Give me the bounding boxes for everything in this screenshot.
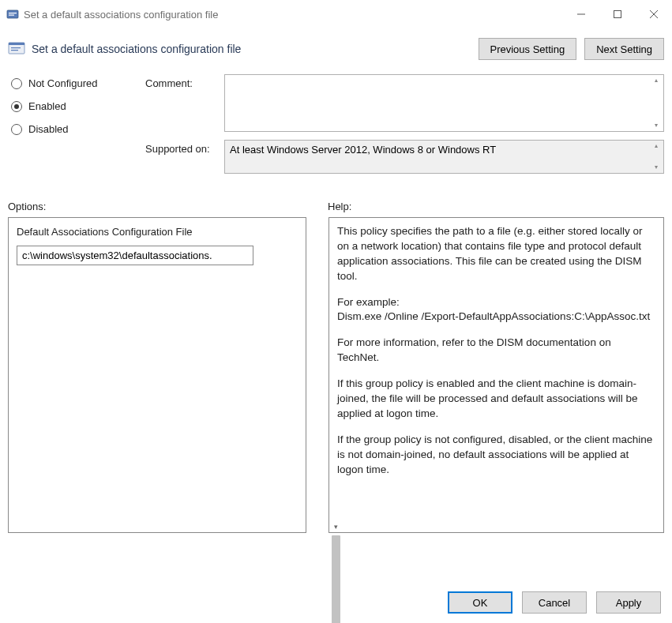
comment-label: Comment: [145, 74, 224, 89]
option-field-label: Default Associations Configuration File [17, 226, 298, 238]
policy-title: Set a default associations configuration… [32, 43, 479, 55]
svg-rect-10 [11, 50, 18, 51]
scroll-up-icon[interactable]: ▴ [650, 141, 663, 151]
window-title: Set a default associations configuration… [24, 9, 563, 21]
section-labels: Options: Help: [0, 185, 672, 217]
supported-on-field [225, 141, 663, 171]
svg-rect-1 [9, 13, 17, 13]
scroll-up-icon[interactable]: ▴ [650, 76, 663, 85]
svg-rect-4 [614, 11, 621, 18]
radio-enabled[interactable]: Enabled [11, 100, 145, 112]
window-controls [563, 0, 672, 28]
help-paragraph: For more information, refer to the DISM … [337, 336, 655, 366]
scrollbar-thumb[interactable] [332, 535, 340, 623]
maximize-button[interactable] [599, 0, 636, 28]
ok-button[interactable]: OK [448, 591, 512, 614]
policy-app-icon [6, 8, 19, 21]
options-label: Options: [8, 201, 328, 212]
help-paragraph: If this group policy is enabled and the … [337, 377, 655, 422]
minimize-button[interactable] [563, 0, 599, 28]
close-button[interactable] [636, 0, 672, 28]
svg-rect-2 [9, 15, 14, 16]
supported-on-field-wrap: ▴ ▾ [224, 140, 664, 174]
radio-label: Enabled [28, 100, 66, 112]
previous-setting-button[interactable]: Previous Setting [479, 38, 577, 60]
comment-field-wrap: ▴ ▾ [224, 74, 664, 132]
help-text: This policy specifies the path to a file… [329, 218, 663, 532]
radio-disabled[interactable]: Disabled [11, 123, 145, 135]
scroll-down-icon[interactable]: ▾ [650, 121, 663, 130]
help-paragraph: This policy specifies the path to a file… [337, 224, 655, 284]
header: Set a default associations configuration… [0, 28, 672, 68]
radio-label: Not Configured [28, 77, 97, 89]
comment-field[interactable] [225, 75, 663, 129]
help-label: Help: [328, 201, 664, 212]
next-setting-button[interactable]: Next Setting [584, 38, 664, 60]
scroll-down-icon[interactable]: ▾ [330, 523, 342, 531]
radio-icon [11, 101, 22, 112]
help-paragraph: If the group policy is not configured, d… [337, 433, 655, 478]
apply-button[interactable]: Apply [596, 591, 661, 614]
radio-label: Disabled [28, 123, 69, 135]
panels: Default Associations Configuration File … [0, 217, 672, 580]
scroll-down-icon[interactable]: ▾ [650, 163, 663, 172]
svg-rect-8 [9, 43, 24, 45]
config-section: Not Configured Enabled Disabled Comment:… [0, 68, 672, 185]
state-radios: Not Configured Enabled Disabled [11, 74, 145, 135]
supported-on-label: Supported on: [145, 140, 224, 155]
cancel-button[interactable]: Cancel [522, 591, 587, 614]
radio-not-configured[interactable]: Not Configured [11, 77, 145, 89]
options-panel: Default Associations Configuration File [8, 217, 306, 533]
titlebar: Set a default associations configuration… [0, 0, 672, 28]
policy-icon [8, 42, 25, 56]
radio-icon [11, 124, 22, 135]
svg-rect-0 [7, 10, 18, 18]
default-associations-path-input[interactable] [17, 246, 253, 265]
radio-icon [11, 78, 22, 89]
help-paragraph: For example: Dism.exe /Online /Export-De… [337, 295, 655, 325]
help-panel: This policy specifies the path to a file… [328, 217, 664, 533]
svg-rect-9 [11, 47, 21, 48]
